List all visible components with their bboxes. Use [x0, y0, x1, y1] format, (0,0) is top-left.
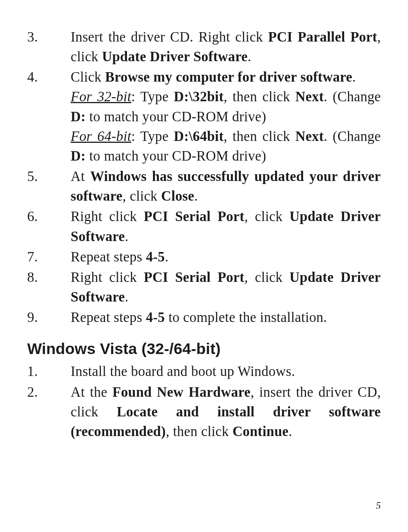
step-body: Right click PCI Serial Port, click Updat…: [71, 268, 381, 307]
text: : Type: [131, 89, 174, 104]
text: , then click: [166, 424, 233, 439]
bold-text: Windows has successfully updated your dr…: [71, 169, 381, 204]
text: .: [125, 289, 129, 305]
bold-text: Found New Hardware: [112, 384, 250, 400]
bold-text: 4-5: [146, 309, 165, 325]
text: .: [352, 69, 356, 85]
bold-text: Browse my computer for driver software: [105, 69, 352, 85]
bold-text: D:: [71, 148, 86, 164]
bold-text: PCI Serial Port: [144, 209, 244, 224]
step-number: 8.: [27, 268, 71, 307]
text: to complete the installation.: [165, 309, 327, 325]
list-item: 5. At Windows has successfully updated y…: [27, 167, 381, 206]
text: At: [71, 169, 90, 184]
step-number: 5.: [27, 167, 71, 206]
text: Click: [71, 69, 105, 85]
step-body: Repeat steps 4-5 to complete the install…: [71, 308, 381, 327]
text: Repeat steps: [71, 309, 146, 325]
bold-text: Close: [161, 188, 194, 204]
italic-underline-text: For 32-bit: [71, 89, 131, 104]
bold-text: Update Driver Software: [102, 49, 247, 64]
text: .: [165, 249, 168, 264]
list-item: 8. Right click PCI Serial Port, click Up…: [27, 268, 381, 307]
bold-text: Next: [295, 128, 324, 144]
step-body: At the Found New Hardware, insert the dr…: [71, 382, 381, 441]
bold-text: PCI Parallel Port: [268, 29, 377, 45]
text: . (Change: [324, 128, 381, 144]
list-item: 2. At the Found New Hardware, insert the…: [27, 382, 381, 441]
step-number: 6.: [27, 207, 71, 246]
step-number: 9.: [27, 308, 71, 327]
text: .: [289, 424, 292, 439]
text: Right click: [71, 209, 144, 224]
bold-text: D:\32bit: [174, 89, 224, 104]
text: to match your CD-ROM drive): [86, 148, 266, 164]
section-heading: Windows Vista (32-/64-bit): [27, 340, 381, 358]
bold-text: 4-5: [146, 249, 165, 264]
text: . (Change: [324, 89, 381, 104]
document-page: 3. Insert the driver CD. Right click PCI…: [0, 0, 408, 532]
bold-text: D:: [71, 109, 86, 124]
text: , click: [244, 269, 289, 285]
bold-text: Next: [295, 89, 324, 104]
list-item: 3. Insert the driver CD. Right click PCI…: [27, 27, 381, 66]
step-body: At Windows has successfully updated your…: [71, 167, 381, 206]
step-body: Repeat steps 4-5.: [71, 247, 381, 267]
text: .: [194, 188, 198, 204]
text: Insert the driver CD. Right click: [71, 29, 268, 45]
step-number: 3.: [27, 27, 71, 66]
text: .: [125, 229, 129, 244]
text: Repeat steps: [71, 249, 146, 264]
text: , click: [244, 209, 289, 224]
step-number: 2.: [27, 382, 71, 441]
text: Right click: [71, 269, 144, 285]
text: to match your CD-ROM drive): [86, 109, 266, 124]
step-body: Insert the driver CD. Right click PCI Pa…: [71, 27, 381, 66]
bold-text: PCI Serial Port: [144, 269, 244, 285]
list-item: 4. Click Browse my computer for driver s…: [27, 67, 381, 166]
step-body: Click Browse my computer for driver soft…: [71, 67, 381, 166]
step-number: 7.: [27, 247, 71, 267]
italic-underline-text: For 64-bit: [71, 128, 131, 144]
list-item: 6. Right click PCI Serial Port, click Up…: [27, 207, 381, 246]
text: , then click: [224, 128, 295, 144]
list-item: 1. Install the board and boot up Windows…: [27, 362, 381, 381]
text: .: [247, 49, 251, 64]
bold-text: D:\64bit: [174, 128, 224, 144]
step-number: 4.: [27, 67, 71, 166]
text: , then click: [224, 89, 295, 104]
step-body: Right click PCI Serial Port, click Updat…: [71, 207, 381, 246]
list-item: 7. Repeat steps 4-5.: [27, 247, 381, 267]
bold-text: Continue: [232, 424, 288, 439]
step-number: 1.: [27, 362, 71, 381]
page-number: 5: [376, 500, 381, 511]
list-item: 9. Repeat steps 4-5 to complete the inst…: [27, 308, 381, 327]
text: , click: [122, 188, 161, 204]
text: Install the board and boot up Windows.: [71, 363, 295, 379]
text: At the: [71, 384, 112, 400]
step-body: Install the board and boot up Windows.: [71, 362, 381, 381]
text: : Type: [131, 128, 174, 144]
